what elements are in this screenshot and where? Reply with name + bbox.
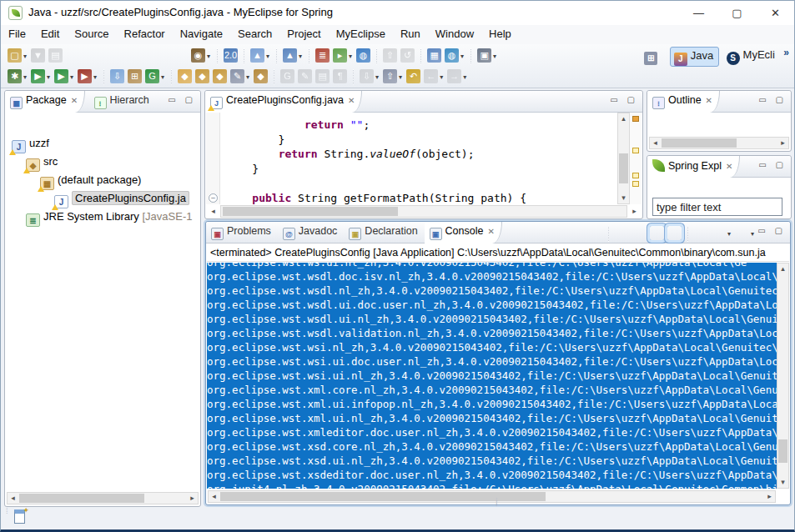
perspective-overflow[interactable]: » [783, 47, 789, 58]
new-plugin-project-icon[interactable]: ⊞ [128, 69, 142, 83]
menu-edit[interactable]: Edit [33, 25, 67, 43]
sort-icon[interactable]: az [684, 116, 698, 130]
last-edit-location-icon[interactable]: ↶ [406, 69, 420, 83]
run-icon[interactable]: ▶ [31, 69, 45, 83]
fast-view-icon[interactable] [14, 509, 25, 524]
console-hscrollbar[interactable]: ◂▸ [208, 490, 776, 503]
console-vscrollbar[interactable]: ▴▾ [777, 263, 789, 489]
open-console-dropdown[interactable]: ▾ [751, 230, 754, 238]
menu-navigate[interactable]: Navigate [173, 25, 230, 43]
tree-item-jre-system-library-[interactable]: ≣JRE System Library [JavaSE-1 [8, 208, 197, 226]
new-report-icon[interactable]: ▦ [427, 48, 441, 63]
screenshot-dropdown[interactable]: ▾ [493, 53, 496, 60]
run-history-icon[interactable]: ▶ [54, 69, 68, 83]
refresh-icon[interactable]: G [145, 69, 159, 83]
open-perspective-button[interactable]: ⊞ [641, 47, 666, 67]
collapse-all-icon[interactable]: ⊟ [719, 181, 733, 195]
outline-minmax-buttons[interactable]: ▭ ▢ [758, 95, 787, 104]
view-menu-icon[interactable]: ▽ [772, 181, 786, 195]
pin-console-icon[interactable]: ✚ [694, 226, 708, 240]
open-bean-folder-icon[interactable]: ◆ [254, 69, 268, 83]
run-history-dropdown[interactable]: ▾ [70, 73, 73, 81]
sash-grip[interactable]: ⁞⁞ [496, 500, 498, 505]
statusbar-grip[interactable]: ⁞ [6, 510, 8, 513]
close-icon[interactable]: ✕ [348, 96, 355, 105]
menu-source[interactable]: Source [67, 25, 116, 43]
menu-project[interactable]: Project [279, 25, 328, 43]
tab-javadoc[interactable]: @Javadoc [278, 222, 345, 243]
new-web-page-dropdown[interactable]: ▾ [299, 53, 302, 60]
debug-icon[interactable]: ✱ [8, 69, 22, 83]
spring-minmax-buttons[interactable]: ▭ ▢ [758, 160, 787, 169]
spring-filter-input[interactable] [652, 198, 782, 216]
profile-icon[interactable]: ▶ [78, 69, 92, 83]
close-icon[interactable]: ✕ [487, 227, 494, 236]
back-dropdown[interactable]: ▾ [440, 73, 443, 81]
new-wizard-icon[interactable]: ▢ [8, 48, 22, 63]
console-minmax-buttons[interactable]: ▭ ▢ [757, 226, 786, 235]
editor-hscrollbar[interactable]: ◂▸ [220, 205, 627, 218]
menu-window[interactable]: Window [428, 25, 481, 43]
tree-item-uzzf[interactable]: Juzzf [8, 134, 197, 153]
tree-item--default-package-[interactable]: ▦(default package) [8, 171, 197, 189]
outline-hscrollbar[interactable]: ◂▸ [649, 137, 789, 149]
remove-launch-icon[interactable]: ✕ [571, 226, 585, 240]
profile-dropdown[interactable]: ▾ [93, 73, 97, 81]
menu-run[interactable]: Run [393, 25, 428, 43]
menu-search[interactable]: Search [230, 25, 279, 43]
run-dropdown[interactable]: ▾ [47, 73, 50, 81]
tab-problems[interactable]: ▣Problems [206, 222, 278, 243]
new-db-browser-icon[interactable]: ◉ [191, 48, 205, 63]
display-console-dropdown[interactable]: ▾ [727, 230, 731, 238]
show-on-stderr-icon[interactable]: ▢ [667, 226, 682, 240]
tab-hierarchy[interactable]: ⁝Hierarch [89, 91, 156, 113]
editor-vscrollbar[interactable]: ▴▾ [617, 113, 630, 204]
tree-item-src[interactable]: ◆src [8, 153, 197, 171]
package-explorer-hscrollbar[interactable]: ◂▸ [7, 492, 199, 504]
tab-outline[interactable]: ⁝Outline✕ [647, 91, 720, 113]
hide-local-types-icon[interactable]: L [754, 116, 768, 130]
editor-minmax-buttons[interactable]: ▭ ▢ [610, 95, 638, 104]
sql-editor-icon[interactable]: ✎ [230, 69, 244, 83]
close-button[interactable]: ✕ [757, 1, 794, 25]
link-with-editor-icon[interactable]: ⇄ [164, 116, 178, 130]
view-menu-icon[interactable]: ▽ [181, 116, 195, 130]
open-report-folder-icon[interactable]: ◆ [178, 69, 192, 83]
close-icon[interactable]: ✕ [726, 162, 732, 171]
scroll-lock-icon[interactable]: ▣ [632, 226, 647, 240]
refresh-dropdown[interactable]: ▾ [161, 73, 164, 81]
annotate-dropdown[interactable]: ▾ [375, 73, 379, 81]
tree-item-createpluginsconfig-ja[interactable]: JCreatePluginsConfig.ja [8, 189, 197, 208]
hide-fields-icon[interactable]: ◎ [702, 116, 716, 130]
import-image-icon[interactable]: ⇩ [110, 69, 124, 83]
menu-help[interactable]: Help [481, 25, 519, 43]
debug-dropdown[interactable]: ▾ [23, 73, 27, 81]
web-service-dropdown[interactable]: ▾ [460, 53, 464, 60]
sort-icon[interactable]: az [754, 181, 768, 195]
fold-collapse-icon[interactable]: − [209, 193, 218, 203]
package-up-icon[interactable]: ⇧ [383, 69, 397, 83]
minimize-button[interactable]: — [680, 1, 717, 25]
perspective-myeclipse[interactable]: SMyEcli [723, 47, 780, 67]
close-icon[interactable]: ✕ [706, 96, 712, 105]
console-output[interactable]: org.eclipse.wst.ws.ui.nl_zh,3.4.0.v20090… [207, 263, 777, 489]
view-menu-icon[interactable]: ▽ [772, 116, 786, 130]
perspective-java[interactable]: JJava [670, 47, 719, 67]
hide-static-icon[interactable]: s [719, 116, 733, 130]
sql-editor-dropdown[interactable]: ▾ [246, 73, 249, 81]
new-wizard-dropdown[interactable]: ▾ [23, 53, 27, 60]
web-browser-icon[interactable]: ◍ [356, 48, 370, 63]
new-web-page-icon[interactable]: ▲ [283, 48, 297, 63]
package-up-dropdown[interactable]: ▾ [399, 73, 402, 81]
open-console-icon[interactable]: ▣ [735, 226, 749, 240]
menu-myeclipse[interactable]: MyEclipse [329, 25, 393, 43]
screenshot-icon[interactable]: ▣ [477, 48, 491, 63]
hide-non-public-icon[interactable]: ● [737, 116, 751, 130]
server-log-icon[interactable]: ≣ [315, 48, 330, 63]
tab-console[interactable]: ▣Console✕ [425, 222, 502, 243]
new-web-project-dropdown[interactable]: ▾ [266, 53, 269, 60]
link-with-editor-icon[interactable]: ⇄ [737, 181, 751, 195]
close-icon[interactable]: ✕ [71, 96, 78, 105]
new-web-project-icon[interactable]: ▲ [250, 48, 264, 63]
tab-declaration[interactable]: ▣Declaration [344, 222, 424, 243]
